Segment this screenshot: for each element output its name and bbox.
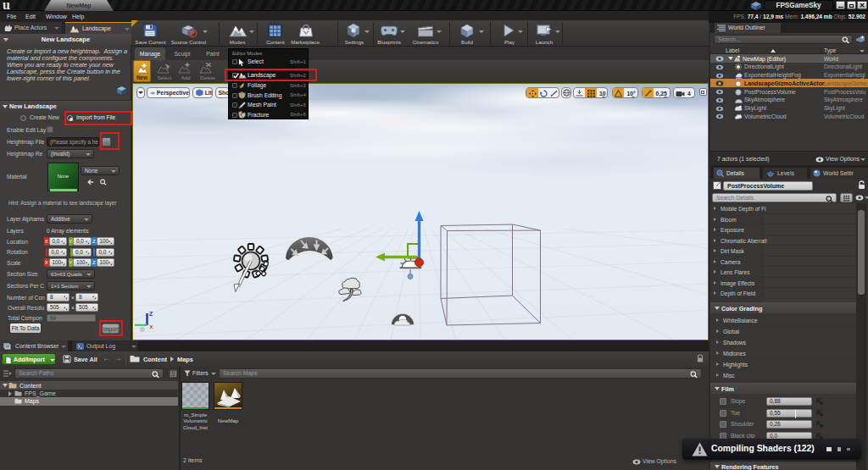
svg-text:Z: Z — [149, 311, 153, 317]
svg-text:x: x — [150, 323, 153, 329]
